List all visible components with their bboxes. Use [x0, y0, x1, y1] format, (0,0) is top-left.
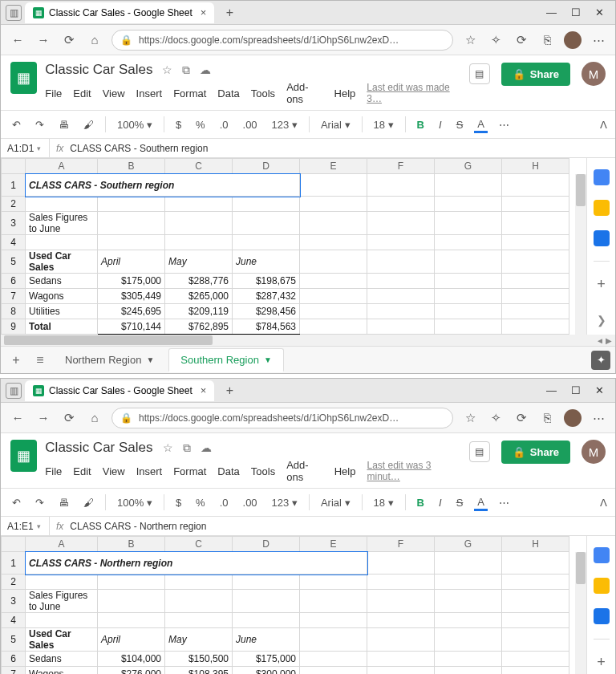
cell[interactable] [300, 304, 367, 319]
cell[interactable] [300, 652, 367, 667]
cell[interactable] [435, 552, 502, 575]
cell[interactable] [502, 628, 569, 652]
cloud-icon[interactable]: ☁ [200, 63, 211, 76]
cell[interactable]: Sedans [26, 274, 98, 289]
cell[interactable] [367, 667, 435, 675]
row-header[interactable]: 3 [2, 212, 26, 235]
close-window-button[interactable]: ✕ [595, 384, 604, 396]
cell[interactable] [435, 235, 502, 250]
share-button[interactable]: 🔒Share [501, 441, 570, 464]
cell[interactable] [367, 235, 435, 250]
currency-button[interactable]: $ [172, 117, 184, 132]
increase-decimal-button[interactable]: .00 [240, 495, 261, 510]
cell[interactable]: $276,000 [98, 667, 165, 675]
sheet-tab[interactable]: Southern Region▼ [168, 348, 283, 372]
bold-button[interactable]: B [414, 495, 428, 510]
cell[interactable]: $175,000 [233, 652, 300, 667]
cell[interactable] [435, 250, 502, 274]
menu-insert[interactable]: Insert [136, 87, 163, 99]
cell[interactable] [435, 628, 502, 652]
col-header-F[interactable]: F [367, 537, 435, 552]
collapse-toolbar-button[interactable]: ᐱ [600, 497, 607, 509]
cell[interactable] [367, 552, 435, 575]
tab-group-icon[interactable]: ▥ [6, 5, 22, 21]
col-header-G[interactable]: G [435, 159, 502, 174]
move-icon[interactable]: ⧉ [183, 441, 191, 455]
text-color-button[interactable]: A [474, 116, 488, 133]
forward-button[interactable]: → [34, 411, 52, 424]
cell[interactable] [367, 628, 435, 652]
name-box[interactable]: A1:D1▾ [1, 143, 49, 154]
account-avatar[interactable]: M [582, 62, 606, 86]
vertical-scrollbar[interactable] [575, 552, 586, 674]
row-header[interactable]: 9 [2, 319, 26, 335]
last-edit-link[interactable]: Last edit was made 3… [367, 82, 461, 104]
favorite-button[interactable]: ☆ [461, 411, 479, 425]
cell[interactable]: $198,675 [233, 274, 300, 289]
percent-button[interactable]: % [192, 117, 209, 132]
row-header[interactable]: 1 [2, 174, 26, 197]
col-header-F[interactable]: F [367, 159, 435, 174]
cell[interactable] [502, 235, 569, 250]
star-icon[interactable]: ☆ [163, 441, 173, 454]
col-header-E[interactable]: E [300, 537, 367, 552]
cell[interactable]: April [98, 628, 165, 652]
sheets-logo[interactable]: ▦ [10, 62, 37, 94]
tab-close-icon[interactable]: × [201, 384, 207, 396]
row-header[interactable]: 2 [2, 197, 26, 212]
cell[interactable] [300, 628, 367, 652]
cell[interactable] [98, 575, 165, 590]
cell[interactable] [502, 552, 569, 575]
cell[interactable] [98, 613, 165, 628]
cell[interactable]: Wagons [26, 289, 98, 304]
cell[interactable]: Total [26, 319, 98, 335]
cell[interactable]: $300,000 [233, 667, 300, 675]
cell[interactable] [502, 613, 569, 628]
cell[interactable] [435, 575, 502, 590]
cell[interactable] [26, 197, 98, 212]
spreadsheet-grid[interactable]: ABCDEFGH1CLASS CARS - Southern region23S… [1, 158, 569, 335]
cell[interactable] [233, 197, 300, 212]
menu-tools[interactable]: Tools [251, 87, 275, 99]
collapse-toolbar-button[interactable]: ᐱ [600, 119, 607, 131]
forward-button[interactable]: → [34, 33, 52, 47]
maximize-button[interactable]: ☐ [571, 6, 581, 18]
cell[interactable] [367, 590, 435, 613]
calendar-icon[interactable] [594, 547, 610, 563]
browser-tab[interactable]: ▦Classic Car Sales - Google Sheet× [25, 2, 214, 23]
menu-format[interactable]: Format [173, 87, 206, 99]
menu-file[interactable]: File [45, 465, 62, 477]
cell[interactable] [435, 667, 502, 675]
bold-button[interactable]: B [414, 117, 428, 132]
strikethrough-button[interactable]: S [453, 495, 467, 510]
history-button[interactable]: ⟳ [513, 33, 530, 47]
row-header[interactable]: 5 [2, 628, 26, 652]
share-button[interactable]: 🔒Share [501, 63, 570, 86]
browser-tab[interactable]: ▦Classic Car Sales - Google Sheet× [25, 380, 214, 401]
col-header-B[interactable]: B [98, 537, 165, 552]
print-button[interactable]: 🖶 [55, 117, 72, 132]
cell[interactable] [300, 274, 367, 289]
cell[interactable] [367, 319, 435, 335]
cell[interactable]: April [98, 250, 165, 274]
cell[interactable]: $108,395 [165, 667, 233, 675]
scroll-arrow[interactable]: ◄ [596, 336, 604, 345]
italic-button[interactable]: I [436, 495, 445, 510]
cell[interactable] [502, 304, 569, 319]
cell[interactable] [300, 289, 367, 304]
star-icon[interactable]: ☆ [162, 63, 172, 76]
tab-close-icon[interactable]: × [201, 6, 207, 18]
font-selector[interactable]: Arial ▾ [318, 495, 354, 510]
currency-button[interactable]: $ [172, 495, 184, 510]
reload-button[interactable]: ⟳ [60, 411, 78, 425]
col-header-A[interactable]: A [26, 537, 98, 552]
cell[interactable]: June [233, 628, 300, 652]
cell[interactable] [165, 575, 233, 590]
font-size-selector[interactable]: 18 ▾ [371, 495, 397, 510]
title-cell[interactable]: CLASS CARS - Southern region [26, 174, 300, 197]
col-header-C[interactable]: C [165, 159, 233, 174]
percent-button[interactable]: % [192, 495, 209, 510]
vertical-scrollbar[interactable] [575, 174, 586, 335]
cell[interactable] [233, 575, 300, 590]
cell[interactable]: Sales Figures to June [26, 212, 98, 235]
